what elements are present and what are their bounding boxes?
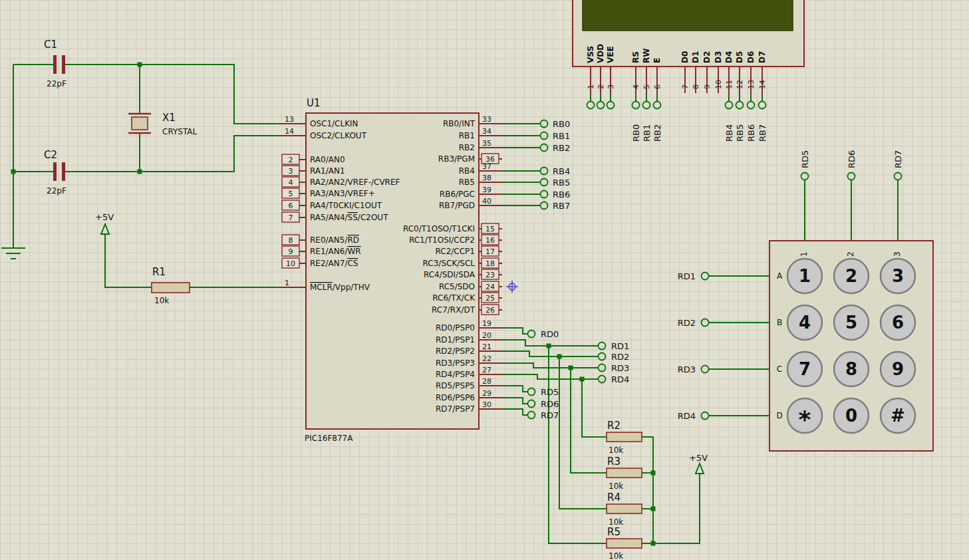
ground-symbol[interactable] (1, 248, 25, 259)
terminal-RD1-circle[interactable] (599, 343, 606, 350)
resistor-r2-body[interactable] (607, 432, 642, 442)
terminal-RB4-label[interactable]: RB4 (553, 166, 570, 176)
terminal-RB2-circle[interactable] (541, 144, 548, 152)
wire[interactable] (582, 379, 607, 437)
terminal-RD4-label[interactable]: RD4 (611, 374, 629, 384)
r3-ref[interactable]: R3 (607, 456, 621, 468)
r5-ref[interactable]: R5 (607, 526, 621, 538)
terminal-RD1-circle[interactable] (702, 273, 709, 280)
lcd-terminal-circle[interactable] (632, 102, 640, 109)
terminal-RD6-circle[interactable] (848, 173, 855, 180)
resistor-r4-body[interactable] (607, 504, 642, 513)
c1-ref[interactable]: C1 (44, 39, 57, 51)
wire[interactable] (65, 136, 283, 172)
terminal-RD6-circle[interactable] (528, 400, 535, 408)
lcd-terminal-circle[interactable] (607, 102, 615, 109)
terminal-RD4-circle[interactable] (599, 376, 606, 383)
wire[interactable] (502, 363, 598, 368)
wire[interactable] (549, 346, 607, 543)
lcd-terminal-label-RB0[interactable]: RB0 (631, 124, 641, 142)
terminal-RB0-label[interactable]: RB0 (553, 119, 570, 129)
wire[interactable] (105, 234, 152, 287)
r2-value[interactable]: 10k (609, 446, 623, 455)
u1-part[interactable]: PIC16F877A (305, 434, 353, 443)
x1-ref[interactable]: X1 (162, 112, 176, 124)
lcd-terminal-circle[interactable] (597, 102, 605, 109)
terminal-RD5-label[interactable]: RD5 (800, 150, 810, 168)
terminal-RD5-circle[interactable] (528, 388, 535, 396)
crystal-x1[interactable] (128, 114, 151, 133)
vcc-label-2[interactable]: +5V (689, 453, 708, 463)
lcd-terminal-label-RB4[interactable]: RB4 (724, 124, 734, 142)
terminal-RD7-label[interactable]: RD7 (893, 150, 903, 168)
terminal-RB0-circle[interactable] (541, 120, 548, 128)
u1-ref[interactable]: U1 (307, 97, 321, 109)
resistor-r1-body[interactable] (152, 283, 190, 293)
lcd-terminal-circle[interactable] (587, 102, 595, 109)
terminal-RB7-label[interactable]: RB7 (553, 201, 570, 211)
lcd-terminal-circle[interactable] (643, 102, 650, 109)
power-arrow[interactable] (101, 224, 109, 234)
terminal-RD2-circle[interactable] (702, 319, 709, 327)
terminal-RD0-label[interactable]: RD0 (541, 329, 559, 339)
terminal-RD3-circle[interactable] (599, 364, 606, 372)
terminal-RD5-circle[interactable] (801, 173, 809, 180)
wire[interactable] (502, 328, 527, 334)
r4-value[interactable]: 10k (609, 517, 623, 527)
terminal-RB1-circle[interactable] (541, 132, 548, 140)
terminal-RD4-circle[interactable] (702, 412, 709, 420)
x1-value[interactable]: CRYSTAL (162, 127, 198, 136)
lcd-terminal-circle[interactable] (736, 102, 744, 109)
schematic-canvas[interactable]: C1 22pF C2 22pF X1 CRYSTAL R1 10k R2 10k… (0, 0, 969, 560)
r1-ref[interactable]: R1 (152, 266, 166, 278)
terminal-RD3-label[interactable]: RD3 (678, 364, 696, 374)
terminal-RD1-label[interactable]: RD1 (611, 341, 629, 351)
terminal-RB4-circle[interactable] (541, 168, 548, 175)
wire[interactable] (571, 368, 607, 473)
wire[interactable] (502, 351, 598, 356)
lcd-terminal-label-RB6[interactable]: RB6 (746, 124, 756, 142)
c1-value[interactable]: 22pF (47, 79, 67, 88)
terminal-RD2-label[interactable]: RD2 (611, 352, 629, 362)
terminal-RD7-label[interactable]: RD7 (541, 410, 559, 420)
r3-value[interactable]: 10k (609, 482, 623, 491)
vcc-label-1[interactable]: +5V (95, 212, 114, 222)
lcd-terminal-circle[interactable] (654, 102, 661, 109)
wire[interactable] (502, 398, 527, 404)
terminal-RD0-circle[interactable] (528, 331, 535, 338)
terminal-RD2-circle[interactable] (599, 353, 606, 360)
r1-value[interactable]: 10k (154, 296, 169, 305)
lcd-terminal-label-RB2[interactable]: RB2 (652, 124, 662, 142)
terminal-RB5-label[interactable]: RB5 (553, 178, 570, 188)
lcd-terminal-label-RB5[interactable]: RB5 (735, 124, 745, 142)
capacitor-c1[interactable] (53, 55, 65, 74)
lcd-terminal-circle[interactable] (726, 102, 733, 109)
terminal-RD4-label[interactable]: RD4 (678, 411, 696, 421)
resistor-r3-body[interactable] (607, 468, 642, 478)
terminal-RB7-circle[interactable] (541, 202, 548, 210)
lcd-terminal-circle[interactable] (748, 102, 755, 109)
c2-ref[interactable]: C2 (44, 149, 57, 161)
lcd-terminal-label-RB1[interactable]: RB1 (642, 124, 652, 142)
r5-value[interactable]: 10k (609, 551, 623, 560)
wire[interactable] (502, 386, 527, 392)
terminal-RB1-label[interactable]: RB1 (553, 131, 570, 141)
r4-ref[interactable]: R4 (607, 491, 621, 503)
wire[interactable] (502, 409, 527, 415)
terminal-RD7-circle[interactable] (895, 173, 902, 180)
resistor-r5-body[interactable] (607, 539, 642, 548)
terminal-RD1-label[interactable]: RD1 (678, 271, 696, 281)
terminal-RD7-circle[interactable] (528, 412, 535, 419)
lcd-terminal-label-RB7[interactable]: RB7 (758, 124, 767, 142)
r2-ref[interactable]: R2 (607, 420, 621, 432)
terminal-RD2-label[interactable]: RD2 (678, 318, 696, 328)
lcd-terminal-circle[interactable] (759, 102, 766, 109)
capacitor-c2[interactable] (53, 162, 65, 181)
terminal-RD3-circle[interactable] (702, 366, 709, 373)
c2-value[interactable]: 22pF (47, 186, 67, 196)
power-arrow[interactable] (696, 464, 704, 474)
terminal-RB2-label[interactable]: RB2 (553, 143, 570, 153)
terminal-RD6-label[interactable]: RD6 (847, 150, 857, 168)
terminal-RB6-label[interactable]: RB6 (553, 190, 570, 200)
terminal-RB5-circle[interactable] (541, 179, 548, 186)
